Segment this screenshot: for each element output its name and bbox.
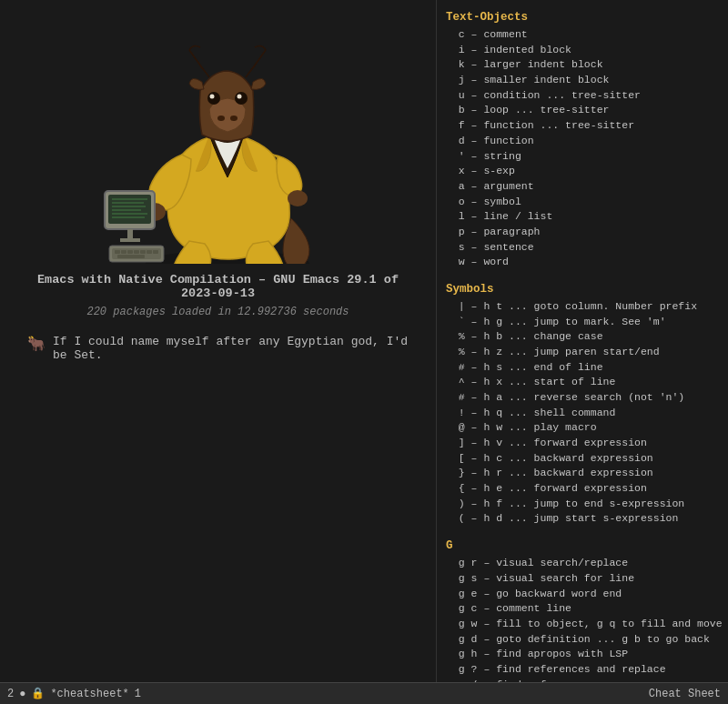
item-symbols-3: % – h z ... jump paren start/end — [446, 345, 721, 360]
section-title-symbols: Symbols — [446, 281, 721, 297]
section-title-text-objects: Text-Objects — [446, 9, 721, 25]
svg-point-7 — [217, 116, 225, 121]
quote-line: 🐂 If I could name myself after any Egypt… — [18, 335, 418, 362]
status-dot: ● — [19, 688, 25, 700]
status-bar: 2 ● 🔒 *cheatsheet* 1 Cheat Sheet — [0, 682, 728, 704]
right-panel: Text-Objects c – comment i – indented bl… — [437, 0, 728, 682]
item-g-7: g ? – find references and replace — [446, 662, 721, 678]
item-text-objects-8: ' – string — [446, 149, 721, 165]
svg-rect-22 — [120, 238, 140, 242]
packages-loaded: 220 packages loaded in 12.992736 seconds — [86, 306, 349, 318]
status-linenum: 1 — [135, 688, 141, 700]
item-text-objects-14: s – sentence — [446, 240, 721, 256]
status-filename: *cheatsheet* — [50, 688, 128, 700]
item-g-2: g e – go backward word end — [446, 587, 721, 602]
left-panel: Emacs with Native Compilation – GNU Emac… — [0, 0, 437, 682]
item-symbols-14: ( – h d ... jump start s-expression — [446, 511, 721, 527]
item-symbols-6: # – h a ... reverse search (not 'n') — [446, 390, 721, 406]
item-text-objects-11: o – symbol — [446, 195, 721, 210]
emacs-title: Emacs with Native Compilation – GNU Emac… — [18, 273, 418, 300]
svg-rect-26 — [121, 250, 126, 254]
svg-rect-32 — [117, 255, 145, 258]
item-symbols-7: ! – h q ... shell command — [446, 406, 721, 421]
svg-point-10 — [235, 92, 248, 105]
separator-0 — [446, 270, 721, 276]
item-text-objects-12: l – line / list — [446, 209, 721, 225]
gnu-mascot — [82, 18, 355, 264]
item-symbols-10: [ – h c ... backward expression — [446, 451, 721, 467]
svg-rect-31 — [153, 250, 158, 254]
item-symbols-12: { – h e ... forward expression — [446, 481, 721, 497]
svg-rect-25 — [115, 250, 120, 254]
item-text-objects-7: d – function — [446, 134, 721, 149]
item-symbols-4: # – h s ... end of line — [446, 360, 721, 376]
item-text-objects-3: j – smaller indent block — [446, 73, 721, 88]
item-g-3: g c – comment line — [446, 601, 721, 617]
item-symbols-2: % – h b ... change case — [446, 329, 721, 345]
item-text-objects-13: p – paragraph — [446, 225, 721, 240]
svg-point-11 — [209, 95, 214, 99]
quote-text: If I could name myself after any Egyptia… — [53, 335, 409, 362]
item-g-4: g w – fill to object, g q to fill and mo… — [446, 617, 721, 632]
item-symbols-8: @ – h w ... play macro — [446, 420, 721, 436]
item-text-objects-5: b – loop ... tree-sitter — [446, 103, 721, 118]
item-symbols-0: | – h t ... goto column. Number prefix — [446, 299, 721, 315]
item-text-objects-9: x – s-exp — [446, 164, 721, 179]
item-symbols-11: } – h r ... backward expression — [446, 466, 721, 481]
status-lock-icon: 🔒 — [31, 687, 45, 700]
status-left: 2 ● 🔒 *cheatsheet* 1 — [7, 687, 141, 700]
item-symbols-9: ] – h v ... forward expression — [446, 436, 721, 451]
separator-1 — [446, 527, 721, 532]
item-g-6: g h – find apropos with LSP — [446, 647, 721, 662]
svg-rect-30 — [147, 250, 152, 254]
section-title-g: G — [446, 538, 721, 554]
item-symbols-13: ) – h f ... jump to end s-expression — [446, 497, 721, 512]
item-symbols-1: ` – h g ... jump to mark. See 'm' — [446, 315, 721, 330]
svg-point-8 — [230, 116, 238, 121]
svg-rect-29 — [140, 250, 146, 254]
emacs-icon: 🐂 — [27, 335, 46, 353]
item-text-objects-10: a – argument — [446, 179, 721, 195]
item-text-objects-2: k – larger indent block — [446, 57, 721, 73]
item-symbols-5: ^ – h x ... start of line — [446, 375, 721, 390]
item-text-objects-4: u – condition ... tree-sitter — [446, 88, 721, 104]
item-g-5: g d – goto definition ... g b to go back — [446, 632, 721, 648]
svg-rect-27 — [127, 250, 133, 254]
status-num: 2 — [7, 688, 14, 700]
svg-point-4 — [288, 190, 308, 206]
item-text-objects-0: c – comment — [446, 27, 721, 43]
item-g-0: g r – visual search/replace — [446, 556, 721, 571]
svg-point-9 — [207, 92, 220, 105]
svg-rect-28 — [134, 250, 139, 254]
item-text-objects-1: i – indented block — [446, 43, 721, 58]
svg-point-12 — [237, 95, 241, 99]
status-title: Cheat Sheet — [649, 688, 721, 700]
item-text-objects-6: f – function ... tree-sitter — [446, 118, 721, 134]
item-g-1: g s – visual search for line — [446, 571, 721, 587]
item-text-objects-15: w – word — [446, 255, 721, 270]
